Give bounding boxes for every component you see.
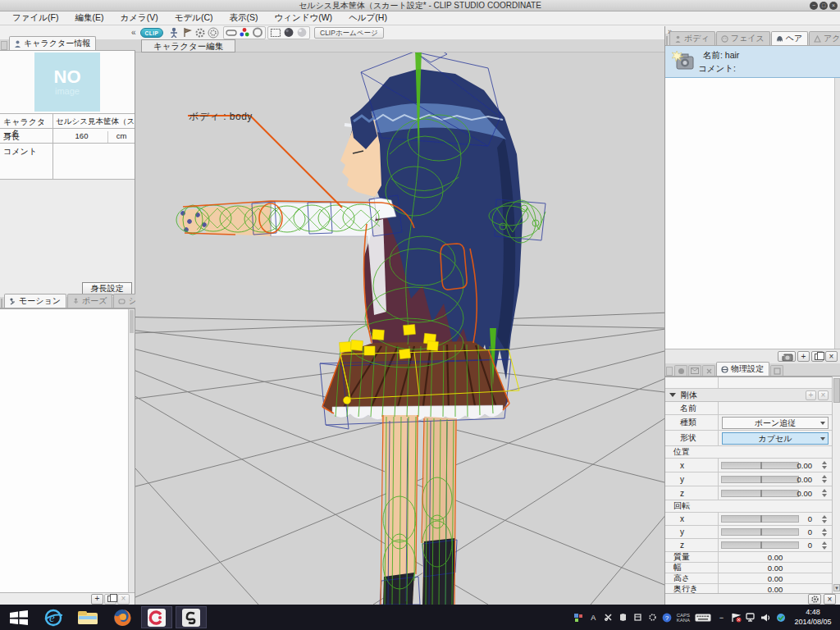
shaded-view-icon[interactable] [282,26,295,39]
tray-tool-icon[interactable] [603,612,614,623]
tray-app-windows-icon[interactable] [573,612,584,623]
rgb-color-icon[interactable] [238,26,251,39]
delete-hair-button[interactable]: × [825,351,838,362]
add-motion-button[interactable]: + [91,594,103,605]
minimize-button[interactable]: − [810,2,818,10]
width-value[interactable]: 0.00 [719,564,832,573]
tray-ime-a-icon[interactable]: A [588,612,599,623]
viewport-3d[interactable]: キャラクター編集 [135,39,664,605]
physics-settings-gear-button[interactable] [808,594,821,605]
rot-x-stepper[interactable] [822,515,827,523]
panel-grip-icon[interactable] [1,299,2,308]
taskbar-explorer-icon[interactable] [72,606,103,628]
taskbar-clip-coordinate-icon[interactable] [141,606,172,628]
tray-ime-gear-icon[interactable] [647,612,658,623]
menu-file[interactable]: ファイル(F) [5,11,66,25]
tray-security-icon[interactable] [775,612,786,623]
tab-material-icon-tab[interactable] [674,365,687,376]
menu-edit[interactable]: 編集(E) [67,11,111,25]
panel-grip-icon[interactable] [1,41,7,50]
collapse-left-icon[interactable]: « [131,28,136,37]
pos-z-value[interactable]: 0.00 [797,489,813,498]
tab-character-edit[interactable]: キャラクター編集 [141,39,235,52]
tab-character-info[interactable]: キャラクター情報 [9,36,96,50]
rigid-body-group-header[interactable]: 剛体 + × [665,389,832,402]
rb-name-value[interactable] [719,402,832,414]
tab-bone-icon-tab[interactable] [702,365,715,376]
menu-view[interactable]: 表示(S) [221,11,265,25]
motion-list[interactable] [0,308,135,592]
capture-thumbnail-button[interactable] [778,351,796,362]
rot-y-slider[interactable] [721,528,799,536]
rot-y-value[interactable]: 0 [808,527,812,536]
tray-dictionary-icon[interactable] [618,612,628,623]
panel-grip-icon[interactable] [666,367,673,376]
physics-delete-button[interactable]: × [824,594,836,605]
title-bar[interactable]: セルシス見本筐体（スカート設定* - CLIP STUDIO COORDINAT… [0,0,840,11]
taskbar-ie-icon[interactable]: e [38,606,69,628]
delete-motion-button[interactable]: × [117,594,130,605]
tab-box-icon-tab[interactable] [770,365,783,376]
collapse-triangle-icon[interactable] [669,393,676,397]
duplicate-motion-button[interactable] [104,594,116,605]
rot-z-slider[interactable] [721,541,799,549]
close-button[interactable]: × [829,2,838,10]
tab-body[interactable]: ボディ [669,31,715,45]
panel-grip-icon[interactable] [666,36,668,45]
pos-z-stepper[interactable] [822,489,827,497]
rb-shape-select[interactable]: カプセル [722,432,829,445]
gear-icon[interactable] [194,26,207,39]
pos-x-stepper[interactable] [822,461,827,469]
rot-x-slider[interactable] [721,515,799,523]
add-rigid-body-button[interactable]: + [806,390,816,400]
tab-accessory[interactable]: アクセサリ [809,31,840,45]
pos-y-value[interactable]: 0.00 [797,475,813,484]
tray-help-icon[interactable]: ? [662,612,673,623]
pos-y-slider[interactable] [721,476,799,483]
rot-z-value[interactable]: 0 [808,541,812,550]
pos-x-slider[interactable] [721,462,799,469]
taskbar-clip-studio-icon[interactable] [176,606,207,628]
tray-network-icon[interactable] [746,612,756,623]
tray-hidden-icons-chevron[interactable]: − [716,612,727,623]
menu-help[interactable]: ヘルプ(H) [341,11,395,25]
mass-value[interactable]: 0.00 [719,553,832,562]
taskbar-firefox-icon[interactable] [107,606,138,628]
add-hair-button[interactable]: + [797,351,810,362]
capsule-tool-icon[interactable] [225,26,238,39]
tab-hair[interactable]: ヘア [771,31,808,45]
wireframe-view-icon[interactable] [269,26,282,39]
pos-y-stepper[interactable] [822,475,827,483]
tray-keyboard-icon[interactable] [694,612,712,623]
maximize-button[interactable]: □ [819,2,828,10]
character-figure-icon[interactable] [167,26,180,39]
rot-z-stepper[interactable] [822,541,827,550]
pos-z-slider[interactable] [721,490,799,497]
gear-circle-icon[interactable] [207,26,220,39]
duplicate-hair-button[interactable] [811,351,824,362]
viewport-canvas[interactable]: ボディ : body [135,52,664,605]
tray-action-center-flag-icon[interactable] [731,612,742,623]
start-button[interactable] [3,606,34,628]
hair-list-item-selected[interactable]: 名前: hair コメント: [665,46,840,78]
textured-view-icon[interactable] [295,26,308,39]
hair-list-scrollbar[interactable] [834,78,840,349]
tab-pose[interactable]: ポーズ [67,294,112,308]
motion-list-scrollbar[interactable] [128,309,135,592]
menu-window[interactable]: ウィンドウ(W) [267,11,340,25]
hair-list[interactable] [665,78,840,349]
rb-type-select[interactable]: ボーン追従 [722,417,829,429]
delete-rigid-body-button[interactable]: × [818,390,829,400]
height-value[interactable]: 160 [56,131,108,143]
clip-button[interactable]: CLIP [140,28,163,38]
tab-physics-settings[interactable]: 物理設定 [716,362,769,376]
tray-volume-icon[interactable] [760,612,771,623]
menu-model[interactable]: モデル(C) [167,11,221,25]
comment-value[interactable] [53,144,135,179]
tab-mapping-icon-tab[interactable] [688,365,701,376]
tab-motion[interactable]: モーション [4,294,66,308]
character-name-value[interactable]: セルシス見本筐体（スカート設 [53,114,135,128]
tray-pad-icon[interactable] [632,612,643,623]
height-row-value[interactable]: 0.00 [719,574,832,583]
rot-y-stepper[interactable] [822,528,827,536]
